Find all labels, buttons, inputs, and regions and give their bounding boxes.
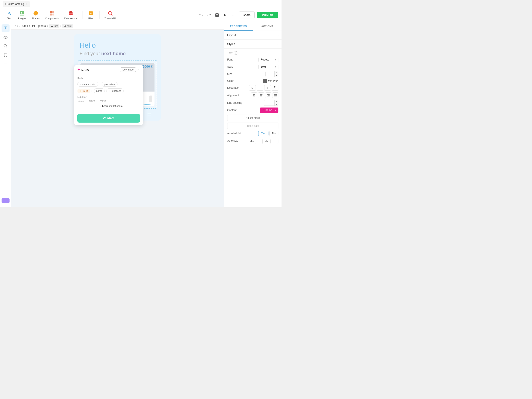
autosize-min-field[interactable]: 0.1	[255, 139, 263, 144]
data-title-text: DATA	[81, 68, 89, 71]
hero-subtitle: Find your next home	[80, 51, 155, 57]
color-row: Color #646464	[227, 79, 279, 83]
toolbar-zoom[interactable]: Zoom 99%	[102, 9, 118, 21]
align-right-button[interactable]	[265, 92, 271, 98]
font-select[interactable]: Roboto ▼	[259, 57, 279, 62]
chip-byid[interactable]: ⊙ By Id	[77, 89, 90, 93]
autosize-label: Auto size	[227, 139, 238, 142]
toolbar-datasource[interactable]: Data source	[62, 9, 80, 21]
sidebar-search-icon[interactable]	[1, 42, 10, 50]
tab-title: l Estate Catalog	[5, 2, 24, 6]
sidebar-pages-icon[interactable]	[1, 24, 10, 32]
active-tab[interactable]: l Estate Catalog ×	[3, 1, 30, 7]
align-left-button[interactable]	[251, 92, 257, 98]
align-justify-button[interactable]	[272, 92, 279, 98]
toolbar-text[interactable]: A Text	[4, 9, 15, 21]
tab-close-icon[interactable]: ×	[25, 2, 27, 6]
tab-actions[interactable]: ACTIONS	[253, 22, 282, 31]
align-center-button[interactable]	[258, 92, 264, 98]
autoheight-row: Auto height Yes No	[227, 131, 279, 136]
text-section-label: Text	[227, 51, 233, 55]
font-dropdown-icon: ▼	[274, 58, 276, 61]
sidebar-bookmark-icon[interactable]	[1, 51, 10, 59]
linespacing-value-field[interactable]: 1.20	[264, 101, 274, 105]
play-dropdown[interactable]	[229, 12, 236, 19]
bottom-nav-menu[interactable]	[147, 111, 152, 116]
tab-properties[interactable]: PROPERTIES	[224, 22, 253, 31]
share-button[interactable]: Share	[239, 12, 255, 18]
toolbar-shapes[interactable]: Shapes	[29, 9, 42, 21]
autosize-inputs: Min 0.1 Max 10.0	[250, 139, 279, 144]
adjust-block-button[interactable]: Adjust block	[227, 115, 279, 121]
toolbar-files[interactable]: + Files	[85, 9, 97, 21]
layout-title[interactable]: Layout ›	[227, 33, 279, 37]
autosize-max-field[interactable]: 10.0	[270, 139, 279, 144]
text-icon-letter: A	[7, 10, 11, 16]
autoheight-yes-button[interactable]: Yes	[258, 131, 268, 136]
data-panel-close[interactable]: ×	[138, 68, 140, 72]
toolbar-components[interactable]: Components	[43, 9, 61, 21]
play-button[interactable]	[222, 12, 228, 19]
autoheight-no-button[interactable]: No	[269, 131, 279, 136]
deco-bold-button[interactable]: TT	[257, 85, 263, 91]
insert-data-button[interactable]: Insert data	[227, 123, 279, 129]
linespacing-input[interactable]: 1.20 ▲ ▼	[264, 100, 279, 106]
text-tool-icon: A	[6, 10, 13, 16]
deco-strikethrough-button[interactable]: T̶	[264, 85, 271, 91]
style-select[interactable]: Bold ▼	[259, 64, 279, 69]
decoration-row: Decoration U TT T̶ T↓	[227, 85, 279, 91]
layout-chevron-icon: ›	[278, 33, 279, 37]
breadcrumb-simple-list[interactable]: 3. Simple List	[19, 24, 35, 27]
chip-dataprovider[interactable]: ≡ dataprovider	[77, 82, 98, 87]
col-text-header: TEXT	[89, 100, 100, 103]
svg-point-1	[21, 12, 22, 13]
sidebar-menu-icon[interactable]	[1, 60, 10, 68]
svg-line-14	[111, 14, 112, 15]
path-chips-row2: ⊙ By Id › name + Functions	[77, 89, 140, 93]
breadcrumb-list[interactable]: ☰ List	[49, 24, 59, 28]
components-label: Components	[45, 17, 59, 20]
svg-rect-16	[216, 13, 218, 15]
dev-mode-button[interactable]: Dev mode	[120, 67, 136, 72]
color-swatch[interactable]	[263, 79, 267, 83]
svg-rect-6	[52, 13, 54, 16]
validate-button[interactable]: Validate	[77, 114, 140, 123]
publish-button[interactable]: Publish	[257, 12, 278, 18]
card-resize-handle[interactable]	[149, 95, 152, 102]
size-input[interactable]: 20 ▲ ▼	[265, 71, 279, 77]
datasource-icon	[68, 10, 74, 16]
save-button[interactable]	[214, 12, 221, 19]
svg-rect-0	[20, 11, 24, 16]
deco-subscript-button[interactable]: T↓	[272, 85, 279, 91]
style-label: Style	[227, 65, 233, 68]
content-tag-close[interactable]: ×	[274, 108, 276, 112]
size-value-field[interactable]: 20	[266, 72, 274, 76]
styles-title[interactable]: Styles ›	[227, 42, 279, 46]
images-label: Images	[18, 17, 26, 20]
card-icon: ⊡	[64, 24, 66, 27]
toolbar-images[interactable]: Images	[16, 9, 28, 21]
toolbar: A Text Images Shapes Components Data sou…	[0, 8, 282, 22]
svg-point-2	[33, 11, 38, 16]
deco-underline-button[interactable]: U	[249, 85, 256, 91]
chip-name[interactable]: name	[94, 89, 105, 93]
chip-functions[interactable]: + Functions	[106, 89, 124, 93]
chip-properties[interactable]: properties	[102, 82, 117, 87]
redo-button[interactable]	[205, 12, 213, 19]
breadcrumb-home-icon[interactable]: ⌂	[15, 24, 16, 27]
breadcrumb-general[interactable]: general	[38, 24, 46, 27]
images-icon	[19, 10, 25, 16]
undo-button[interactable]	[197, 12, 205, 19]
linespacing-decrement[interactable]: ▼	[275, 103, 278, 106]
linespacing-increment[interactable]: ▲	[275, 100, 278, 103]
size-increment[interactable]: ▲	[275, 71, 278, 74]
breadcrumb-card[interactable]: ⊡ card	[62, 24, 73, 28]
text-section-header: Text ?	[227, 51, 279, 55]
explorer-table: Value TEXT TEXT 4 bedroom flat share	[77, 100, 140, 108]
size-decrement[interactable]: ▼	[275, 74, 278, 77]
sidebar-preview-icon[interactable]	[1, 33, 10, 41]
row-value	[78, 104, 89, 108]
shapes-label: Shapes	[32, 17, 40, 20]
text-help-icon[interactable]: ?	[234, 51, 237, 55]
svg-rect-5	[50, 13, 52, 16]
